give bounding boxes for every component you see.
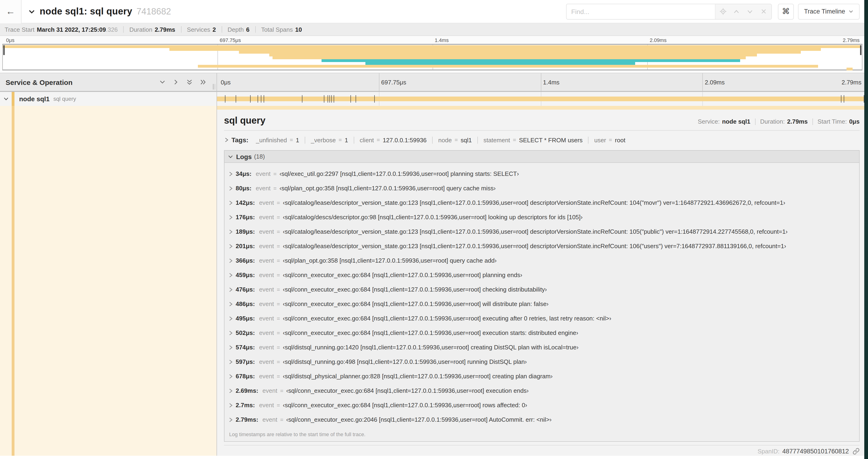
log-expand-chevron-icon[interactable] [228, 272, 236, 278]
log-entry-row[interactable]: 34μs:event=‹sql/exec_util.go:2297 [nsql1… [224, 167, 859, 181]
log-entry-row[interactable]: 597μs:event=‹sql/distsql_running.go:498 … [224, 355, 859, 369]
log-expand-chevron-icon[interactable] [228, 186, 236, 191]
log-entry-row[interactable]: 502μs:event=‹sql/conn_executor_exec.go:6… [224, 326, 859, 340]
log-entry-row[interactable]: 476μs:event=‹sql/conn_executor_exec.go:6… [224, 282, 859, 297]
span-row-name-cell[interactable]: node sql1 sql query [0, 92, 217, 106]
summary-item: Total Spans10 [261, 26, 302, 33]
log-entry-row[interactable]: 2.7ms:event=‹sql/conn_executor_exec.go:6… [224, 398, 859, 412]
logs-footnote: Log timestamps are relative to the start… [224, 428, 859, 441]
tag-item[interactable]: _verbose=1 [305, 136, 353, 143]
back-button[interactable]: ← [0, 0, 22, 23]
column-resize-handle[interactable] [213, 84, 215, 90]
expand-one-icon[interactable] [173, 79, 179, 85]
log-expand-chevron-icon[interactable] [228, 229, 236, 234]
log-expand-chevron-icon[interactable] [228, 200, 236, 205]
tags-label: Tags: [231, 136, 248, 144]
log-entry-row[interactable]: 2.69ms:event=‹sql/conn_executor_exec.go:… [224, 384, 859, 398]
summary-item-label: Duration [129, 26, 152, 33]
equals-sign: = [277, 344, 280, 351]
log-field-key: event [259, 257, 274, 264]
log-expand-chevron-icon[interactable] [228, 402, 236, 408]
log-entry-row[interactable]: 486μs:event=‹sql/conn_executor_exec.go:6… [224, 297, 859, 311]
log-expand-chevron-icon[interactable] [228, 316, 236, 321]
summary-item-value: 10 [295, 26, 302, 33]
minimap-span-bar [321, 59, 740, 62]
detail-stat-label: Service: [698, 118, 720, 125]
log-entry-row[interactable]: 189μs:event=‹sql/catalog/lease/descripto… [224, 224, 859, 239]
log-expand-chevron-icon[interactable] [228, 345, 236, 350]
minimap-canvas[interactable] [2, 44, 862, 70]
tag-item[interactable]: node=sql1 [432, 136, 477, 143]
tag-key: user [594, 136, 606, 143]
log-marker-tick [841, 95, 841, 103]
log-expand-chevron-icon[interactable] [228, 214, 236, 220]
separator [221, 26, 222, 33]
log-expand-chevron-icon[interactable] [228, 258, 236, 263]
next-match-icon[interactable] [743, 4, 757, 19]
time-tick-label: 0μs [6, 37, 14, 43]
log-expand-chevron-icon[interactable] [228, 417, 236, 422]
deep-link-icon[interactable] [852, 448, 860, 455]
tag-item[interactable]: _unfinished=1 [250, 136, 305, 143]
log-entry-row[interactable]: 495μs:event=‹sql/conn_executor_exec.go:6… [224, 311, 859, 326]
log-entry-row[interactable]: 176μs:event=‹sql/catalog/descs/descripto… [224, 210, 859, 224]
span-duration-bar[interactable] [217, 97, 864, 101]
log-field-key: event [259, 402, 274, 408]
collapse-all-icon[interactable] [186, 79, 193, 85]
tag-item[interactable]: client=127.0.0.1:59936 [354, 136, 432, 143]
log-field-value: ‹sql/catalog/lease/descriptor_version_st… [283, 242, 786, 250]
tags-row[interactable]: Tags: _unfinished=1_verbose=1client=127.… [224, 134, 860, 145]
log-field-key: event [262, 387, 277, 394]
log-entry-row[interactable]: 142μs:event=‹sql/catalog/lease/descripto… [224, 195, 859, 210]
log-expand-chevron-icon[interactable] [228, 330, 236, 336]
trace-collapse-chevron-icon[interactable] [28, 8, 35, 15]
find-group [566, 3, 772, 19]
logs-header[interactable]: Logs (18) [224, 151, 859, 163]
log-expand-chevron-icon[interactable] [228, 287, 236, 292]
tag-item[interactable]: user=root [588, 136, 631, 143]
minimap-scrubber-right-handle[interactable] [860, 45, 862, 55]
log-expand-chevron-icon[interactable] [228, 373, 236, 379]
log-entry-row[interactable]: 201μs:event=‹sql/catalog/lease/descripto… [224, 239, 859, 253]
time-tick-label: 697.75μs [381, 79, 406, 86]
log-entry-row[interactable]: 678μs:event=‹sql/distsql_physical_planne… [224, 369, 859, 384]
log-field-value: ‹sql/distsql_running.go:1420 [nsql1,clie… [283, 344, 579, 351]
log-field-value: ‹sql/distsql_running.go:498 [nsql1,clien… [283, 358, 527, 365]
time-tick-label: 2.79ms [842, 79, 862, 86]
tag-value: 1 [296, 136, 299, 143]
log-entry-row[interactable]: 366μs:event=‹sql/plan_opt.go:358 [nsql1,… [224, 253, 859, 268]
prev-match-icon[interactable] [730, 4, 743, 19]
keyboard-shortcuts-button[interactable]: ⌘ [778, 3, 794, 19]
clear-find-icon[interactable] [757, 4, 771, 19]
log-expand-chevron-icon[interactable] [228, 243, 236, 249]
tags-expand-chevron-icon[interactable] [224, 137, 231, 143]
collapse-one-icon[interactable] [159, 79, 166, 85]
log-marker-tick [302, 95, 302, 103]
span-collapse-chevron-icon[interactable] [0, 96, 12, 102]
log-field-key: event [259, 199, 274, 206]
span-row-bar-cell[interactable] [217, 92, 864, 106]
log-expand-chevron-icon[interactable] [228, 359, 236, 365]
log-timestamp: 201μs: [236, 242, 255, 250]
trace-view-selector[interactable]: Trace Timeline [798, 3, 860, 19]
divider [224, 445, 860, 446]
log-entry-row[interactable]: 574μs:event=‹sql/distsql_running.go:1420… [224, 340, 859, 355]
log-entry-row[interactable]: 80μs:event=‹sql/plan_opt.go:358 [nsql1,c… [224, 181, 859, 195]
log-entry-row[interactable]: 459μs:event=‹sql/conn_executor_exec.go:6… [224, 268, 859, 282]
span-id-value: 4877749850101760812 [782, 448, 849, 455]
expand-all-icon[interactable] [200, 79, 206, 85]
log-marker-tick [264, 95, 264, 103]
minimap-scrubber-left-handle[interactable] [3, 45, 5, 55]
log-entry-row[interactable]: 2.79ms:event=‹sql/conn_executor_exec.go:… [224, 412, 859, 427]
find-input[interactable] [566, 4, 715, 19]
log-field-key: event [259, 300, 274, 307]
log-expand-chevron-icon[interactable] [228, 301, 236, 307]
match-highlight-icon[interactable] [716, 4, 730, 19]
detail-stat-value: node sql1 [722, 118, 750, 125]
log-expand-chevron-icon[interactable] [228, 388, 236, 393]
log-timestamp: 502μs: [236, 329, 255, 336]
span-detail-panel: sql query Service:node sql1Duration:2.79… [217, 106, 864, 456]
tag-item[interactable]: statement=SELECT * FROM users [477, 136, 588, 143]
log-field-value: ‹sql/conn_executor_exec.go:684 [nsql1,cl… [283, 271, 522, 278]
log-expand-chevron-icon[interactable] [228, 171, 236, 176]
